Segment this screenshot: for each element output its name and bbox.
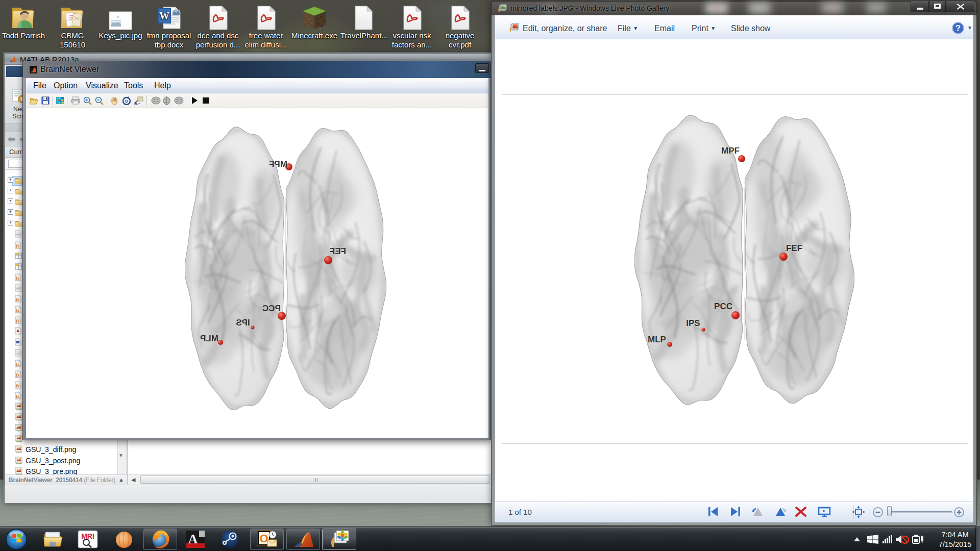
svg-text:fx: fx — [16, 362, 20, 367]
svg-text:fx: fx — [16, 276, 20, 281]
svg-text:fx: fx — [16, 297, 20, 302]
svg-text:fx: fx — [16, 372, 20, 378]
svg-text:A: A — [188, 532, 198, 546]
svg-text:fx: fx — [16, 394, 20, 399]
svg-text:W: W — [159, 10, 169, 21]
svg-text:?: ? — [955, 23, 961, 33]
svg-text:D: D — [125, 99, 128, 104]
svg-text:MRI: MRI — [81, 532, 94, 540]
svg-text:fx: fx — [16, 383, 20, 388]
svg-text:O: O — [259, 532, 268, 545]
svg-text:fx: fx — [16, 318, 20, 323]
svg-text:fx: fx — [16, 243, 20, 248]
svg-text:fx: fx — [16, 308, 20, 313]
